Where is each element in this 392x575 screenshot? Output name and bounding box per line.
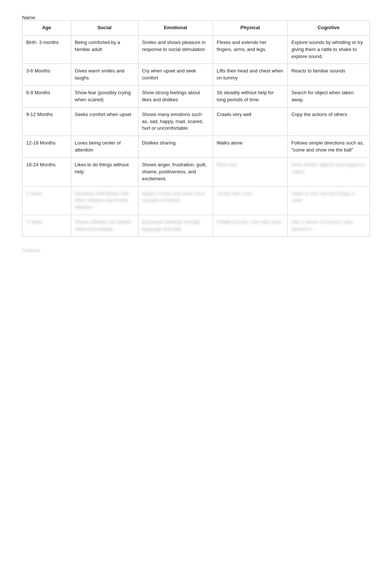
cell-emotional: Show strong feelings about likes and dis… (138, 86, 213, 108)
cell-social: Being comforted by a familiar adult (71, 35, 138, 64)
cell-emotional: Begins to feel and show more complex emo… (138, 186, 213, 215)
cell-cognitive: Reacts to familiar sounds (288, 64, 370, 86)
header-cognitive: Cognitive (288, 21, 370, 35)
cell-cognitive: Copy the actions of others (288, 107, 370, 136)
table-row: 3 YearsShows affection for friends witho… (23, 215, 370, 237)
cell-age: 18-24 Months (23, 157, 71, 186)
cell-emotional: Expresses feelings through language and … (138, 215, 213, 237)
table-header-row: Age Social Emotional Physical Cognitive (23, 21, 370, 35)
cell-physical: Sit steadily without help for long perio… (213, 86, 288, 108)
development-table: Age Social Emotional Physical Cognitive … (22, 20, 370, 237)
cell-social: Shows affection for friends without prom… (71, 215, 138, 237)
cell-age: 12-18 Months (23, 136, 71, 158)
cell-emotional: Shows many emotions such as, sad, happy,… (138, 107, 213, 136)
table-row: 2 YearsDevelops friendships with other c… (23, 186, 370, 215)
cell-age: 3 Years (23, 215, 71, 237)
table-row: Birth- 3 monthsBeing comforted by a fami… (23, 35, 370, 64)
cell-physical: Flexes and extends her fingers, arms, an… (213, 35, 288, 64)
footer-text: Continue (22, 248, 52, 253)
cell-cognitive: Explore sounds by whistling or try givin… (288, 35, 370, 64)
cell-social: Gives warm smiles and laughs (71, 64, 138, 86)
cell-age: 3-6 Months (23, 64, 71, 86)
cell-physical: Crawls very well (213, 107, 288, 136)
cell-physical: Lifts their head and chest when on tummy (213, 64, 288, 86)
table-row: 9-12 MonthsSeeks comfort when upsetShows… (23, 107, 370, 136)
cell-age: 6-9 Months (23, 86, 71, 108)
header-physical: Physical (213, 21, 288, 35)
header-social: Social (71, 21, 138, 35)
footer-area: Continue (22, 248, 370, 253)
cell-emotional: Cry when upset and seek comfort (138, 64, 213, 86)
table-row: 6-9 MonthsShow fear (possibly crying whe… (23, 86, 370, 108)
cell-social: Seeks comfort when upset (71, 107, 138, 136)
cell-cognitive: Starts to sort and put things in order (288, 186, 370, 215)
cell-age: Birth- 3 months (23, 35, 71, 64)
header-emotional: Emotional (138, 21, 213, 35)
cell-cognitive: Search for object when taken away. (288, 86, 370, 108)
cell-social: Show fear (possibly crying when scared) (71, 86, 138, 108)
name-label: Name: (22, 15, 36, 20)
cell-cognitive: Sorts similar objects and begins to matc… (288, 157, 370, 186)
cell-age: 2 Years (23, 186, 71, 215)
cell-age: 9-12 Months (23, 107, 71, 136)
cell-physical: Jumps well, runs (213, 186, 288, 215)
cell-social: Likes to do things without help (71, 157, 138, 186)
cell-physical: Runs fast (213, 157, 288, 186)
cell-social: Develops friendships with other children… (71, 186, 138, 215)
name-line: Name: (22, 15, 370, 20)
table-row: 12-18 MonthsLoves being center of attent… (23, 136, 370, 158)
cell-cognitive: Follows simple directions such as, "come… (288, 136, 370, 158)
cell-physical: Walks alone (213, 136, 288, 158)
cell-emotional: Dislikes sharing (138, 136, 213, 158)
header-age: Age (23, 21, 71, 35)
cell-physical: Pedals tricycle, runs with ease (213, 215, 288, 237)
table-row: 3-6 MonthsGives warm smiles and laughsCr… (23, 64, 370, 86)
cell-cognitive: Has a sense of humour, asks questions (288, 215, 370, 237)
cell-emotional: Smiles and shows pleasure in response to… (138, 35, 213, 64)
cell-emotional: Shows anger, frustration, guilt, shame, … (138, 157, 213, 186)
table-row: 18-24 MonthsLikes to do things without h… (23, 157, 370, 186)
cell-social: Loves being center of attention (71, 136, 138, 158)
